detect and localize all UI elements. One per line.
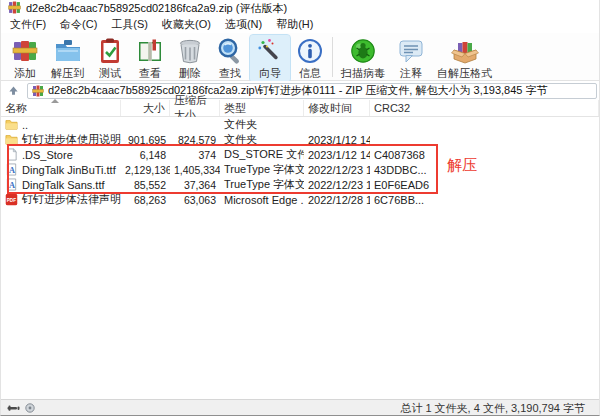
wizard-button-label: 向导: [259, 66, 281, 81]
font-file-icon: A: [5, 178, 18, 191]
table-row-legal-pdf[interactable]: PDF 钉钉进步体法律声明.pdf 68,263 63,063 Microsof…: [1, 192, 599, 207]
table-row-readme-folder[interactable]: 钉钉进步体使用说明书.rt... 901,695 824,579 文件夹 202…: [1, 132, 599, 147]
wizard-button[interactable]: 向导: [250, 35, 290, 82]
delete-icon: [176, 37, 204, 65]
add-archive-icon: [11, 37, 39, 65]
view-file-icon: [136, 37, 164, 65]
wizard-icon: [256, 37, 284, 65]
address-bar: d2e8c2b4caac7b58925cd02186fca2a9.zip\钉钉进…: [1, 81, 599, 100]
annotation-label: 解压: [447, 156, 477, 175]
status-summary: 总计 1 文件夹, 4 文件, 3,190,794 字节: [400, 401, 585, 416]
pdf-file-icon: PDF: [5, 193, 18, 206]
column-header-type[interactable]: 类型: [220, 100, 304, 116]
add-button-label: 添加: [14, 66, 36, 81]
find-button[interactable]: 查找: [210, 35, 250, 82]
menu-commands[interactable]: 命令(C): [53, 16, 104, 33]
file-list-header: 名称 大小 压缩后大小 类型 修改时间 CRC32: [1, 100, 599, 117]
svg-text:PDF: PDF: [7, 198, 16, 203]
column-header-packed-size[interactable]: 压缩后大小: [170, 100, 220, 116]
folder-icon: [5, 118, 18, 131]
window-title: d2e8c2b4caac7b58925cd02186fca2a9.zip (评估…: [26, 1, 287, 16]
find-icon: [216, 37, 244, 65]
test-button[interactable]: 测试: [90, 35, 130, 82]
title-bar: d2e8c2b4caac7b58925cd02186fca2a9.zip (评估…: [1, 0, 599, 16]
column-header-name[interactable]: 名称: [1, 100, 121, 116]
toolbar-separator: [332, 37, 333, 77]
info-icon: [296, 37, 324, 65]
folder-icon: [5, 133, 18, 146]
file-list: .. 文件夹 钉钉进步体使用说明书.rt... 901,695 824,579 …: [1, 117, 599, 207]
table-row-sans-ttf[interactable]: A DingTalk Sans.ttf 85,552 37,364 TrueTy…: [1, 177, 599, 192]
archive-path-combobox[interactable]: d2e8c2b4caac7b58925cd02186fca2a9.zip\钉钉进…: [27, 83, 597, 99]
winrar-icon: [8, 1, 21, 16]
virus-scan-button-label: 扫描病毒: [341, 66, 385, 81]
info-button-label: 信息: [299, 66, 321, 81]
archive-path-text: d2e8c2b4caac7b58925cd02186fca2a9.zip\钉钉进…: [48, 83, 548, 98]
sfx-button[interactable]: 自解压格式: [431, 35, 498, 82]
status-bar: 总计 1 文件夹, 4 文件, 3,190,794 字节: [1, 399, 599, 416]
svg-text:A: A: [9, 166, 15, 175]
extract-to-icon: [54, 37, 82, 65]
extract-to-button-label: 解压到: [51, 66, 84, 81]
comment-button-label: 注释: [400, 66, 422, 81]
comment-button[interactable]: 注释: [391, 35, 431, 82]
test-button-label: 测试: [99, 66, 121, 81]
delete-button[interactable]: 删除: [170, 35, 210, 82]
sfx-icon: [451, 37, 479, 65]
file-icon: [5, 148, 18, 161]
svg-text:A: A: [9, 181, 15, 190]
view-button-label: 查看: [139, 66, 161, 81]
add-button[interactable]: 添加: [5, 35, 45, 82]
find-button-label: 查找: [219, 66, 241, 81]
menu-options[interactable]: 选项(N): [218, 16, 269, 33]
virus-scan-icon: [349, 37, 377, 65]
test-archive-icon: [96, 37, 124, 65]
toolbar: 添加 解压到 测试 查看 删除 查找 向导 信息 扫描病毒 注释 自解压: [1, 33, 599, 81]
winrar-mini-icon: [32, 85, 44, 97]
column-header-crc32[interactable]: CRC32: [370, 100, 599, 116]
extract-to-button[interactable]: 解压到: [45, 35, 90, 82]
view-button[interactable]: 查看: [130, 35, 170, 82]
menu-tools[interactable]: 工具(S): [104, 16, 155, 33]
key-icon: [7, 404, 20, 412]
menu-favorites[interactable]: 收藏夹(O): [155, 16, 218, 33]
font-file-icon: A: [5, 163, 18, 176]
column-header-modified[interactable]: 修改时间: [304, 100, 370, 116]
table-row-ds-store[interactable]: .DS_Store 6,148 374 DS_STORE 文件 2023/1/1…: [1, 147, 599, 162]
disk-icon: [25, 403, 35, 413]
info-button[interactable]: 信息: [290, 35, 330, 82]
virus-scan-button[interactable]: 扫描病毒: [335, 35, 391, 82]
menu-help[interactable]: 帮助(H): [269, 16, 320, 33]
column-header-size[interactable]: 大小: [121, 100, 170, 116]
sfx-button-label: 自解压格式: [437, 66, 492, 81]
comment-icon: [397, 37, 425, 65]
menu-file[interactable]: 文件(F): [3, 16, 53, 33]
up-directory-button[interactable]: [5, 83, 21, 98]
table-row-jinbuti-ttf[interactable]: A DingTalk JinBuTi.ttf 2,129,136 1,405,3…: [1, 162, 599, 177]
sort-ascending-icon: [51, 99, 59, 103]
menu-bar: 文件(F) 命令(C) 工具(S) 收藏夹(O) 选项(N) 帮助(H): [1, 16, 599, 33]
delete-button-label: 删除: [179, 66, 201, 81]
up-arrow-icon: [8, 85, 19, 96]
table-row-parent-dir[interactable]: .. 文件夹: [1, 117, 599, 132]
